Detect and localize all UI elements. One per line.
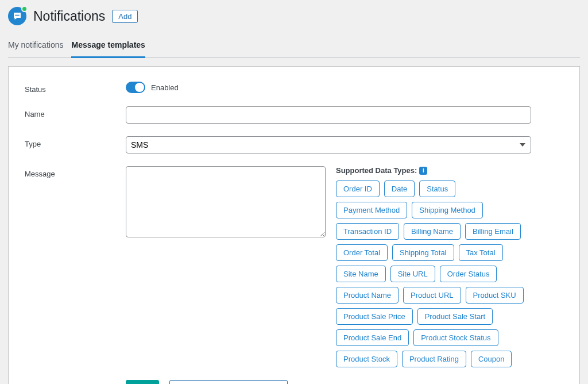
data-type-chip[interactable]: Payment Method [336, 202, 407, 218]
add-button[interactable]: Add [112, 10, 138, 23]
type-select[interactable]: SMS [126, 136, 531, 153]
app-logo [8, 7, 26, 25]
data-type-chip[interactable]: Product URL [403, 287, 461, 304]
data-type-chip[interactable]: Product Sale Price [336, 308, 413, 325]
template-form-panel: Status Enabled Name Type SMS Message [8, 66, 580, 384]
data-type-chip[interactable]: Product Stock Status [413, 329, 498, 346]
save-button[interactable]: Save [126, 380, 159, 384]
data-type-chip[interactable]: Order Total [336, 244, 388, 261]
data-type-chip[interactable]: Transaction ID [336, 223, 399, 240]
data-type-chip[interactable]: Shipping Method [412, 202, 483, 218]
data-type-chip[interactable]: Site Name [336, 266, 386, 282]
notification-dot-icon [21, 6, 28, 12]
message-textarea[interactable] [126, 166, 326, 237]
data-type-chip[interactable]: Order Status [440, 266, 497, 282]
type-label: Type [25, 136, 126, 148]
name-input[interactable] [126, 106, 531, 124]
data-type-chip[interactable]: Product Stock [336, 351, 397, 367]
tab-my-notifications[interactable]: My notifications [8, 36, 63, 58]
data-type-chip[interactable]: Billing Name [404, 223, 461, 240]
status-label: Status [25, 82, 126, 94]
name-label: Name [25, 106, 126, 118]
data-type-chip[interactable]: Product Sale End [336, 329, 409, 346]
tab-bar: My notifications Message templates [8, 36, 580, 58]
data-type-chip[interactable]: Product Name [336, 287, 399, 304]
status-value-label: Enabled [151, 83, 179, 92]
data-type-chip[interactable]: Product SKU [466, 287, 524, 304]
data-type-chip[interactable]: Status [419, 181, 455, 197]
data-types-section: Supported Data Types: i Order IDDateStat… [336, 166, 531, 367]
data-type-chip[interactable]: Coupon [471, 351, 512, 367]
data-type-chip[interactable]: Tax Total [459, 244, 503, 261]
status-toggle[interactable] [126, 82, 145, 93]
data-type-chip[interactable]: Site URL [390, 266, 435, 282]
message-label: Message [25, 166, 126, 178]
data-types-title: Supported Data Types: [336, 166, 417, 175]
data-type-chip[interactable]: Product Sale Start [417, 308, 493, 325]
data-type-chip[interactable]: Order ID [336, 181, 380, 197]
svg-rect-0 [15, 15, 20, 16]
data-type-chip[interactable]: Billing Email [465, 223, 521, 240]
tab-message-templates[interactable]: Message templates [71, 36, 145, 58]
dashboard-button[interactable]: Message Template Dashboard [169, 380, 288, 384]
data-type-chip[interactable]: Product Rating [402, 351, 466, 367]
data-type-chip[interactable]: Shipping Total [392, 244, 454, 261]
data-type-chip[interactable]: Date [384, 181, 415, 197]
info-icon[interactable]: i [419, 167, 427, 175]
page-title: Notifications [33, 9, 105, 24]
